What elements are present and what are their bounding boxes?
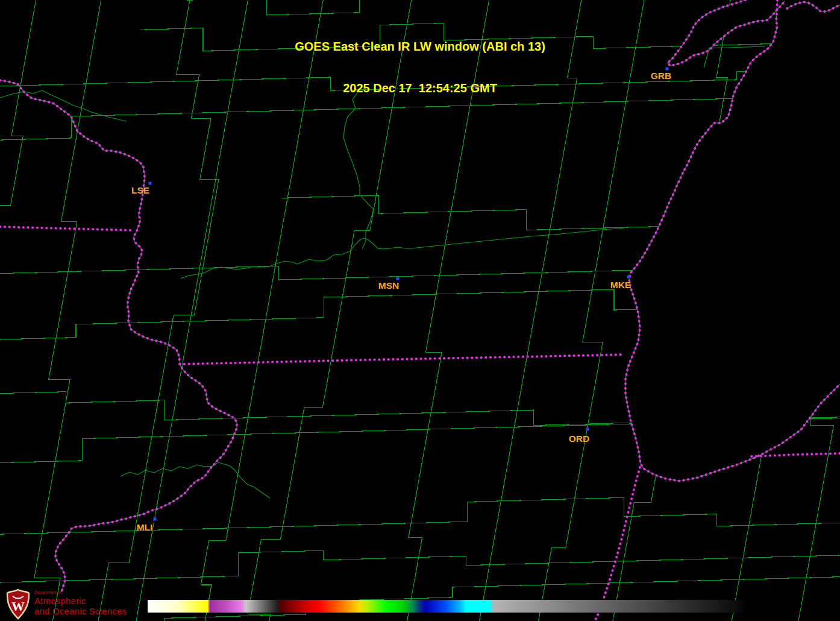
image-title: GOES East Clean IR LW window (ABI ch 13)…	[0, 12, 840, 123]
county-line	[0, 497, 840, 534]
county-line	[0, 550, 840, 582]
station-dot-icon	[149, 182, 152, 185]
station-ORD: ORD	[569, 428, 589, 444]
station-LSE: LSE	[131, 182, 152, 196]
logo-dept-line: Department of	[34, 590, 127, 594]
station-MSN: MSN	[378, 277, 400, 291]
rock-river	[121, 462, 270, 498]
title-line2: 2025 Dec 17 12:54:25 GMT	[0, 81, 840, 95]
color-scale-bar	[148, 600, 747, 613]
logo-name-line1: Atmospheric	[34, 596, 127, 605]
aos-logo: W Department of Atmospheric and Oceanic …	[5, 588, 127, 620]
station-dot-icon	[586, 428, 589, 431]
station-label: MKE	[610, 280, 631, 290]
station-label: ORD	[569, 433, 589, 444]
station-dot-icon	[627, 276, 630, 279]
station-label: MLI	[137, 522, 153, 532]
wisconsin-river	[181, 228, 625, 279]
station-MKE: MKE	[610, 276, 631, 291]
logo-name-line2: and Oceanic Sciences	[34, 607, 127, 616]
wi-il-border-dotted-border	[180, 355, 625, 364]
mississippi-river-state-border	[0, 80, 237, 592]
station-label: LSE	[131, 185, 149, 195]
logo-text: Department of Atmospheric and Oceanic Sc…	[34, 588, 127, 616]
uw-crest-icon: W	[5, 588, 31, 620]
mississippi-river-state-border-dotted-border	[0, 80, 237, 592]
mn-ia-border-dotted-border	[0, 227, 134, 230]
svg-text:W: W	[11, 599, 25, 614]
il-in-border-dotted-border	[595, 467, 640, 621]
satellite-map-display: GRBLSEMSNMKEORDMLI GOES East Clean IR LW…	[0, 0, 840, 621]
station-dot-icon	[154, 518, 157, 521]
title-line1: GOES East Clean IR LW window (ABI ch 13)	[0, 40, 840, 54]
station-label: MSN	[378, 280, 399, 291]
mi-in-border-dotted-border	[751, 453, 840, 456]
station-dot-icon	[396, 277, 400, 280]
